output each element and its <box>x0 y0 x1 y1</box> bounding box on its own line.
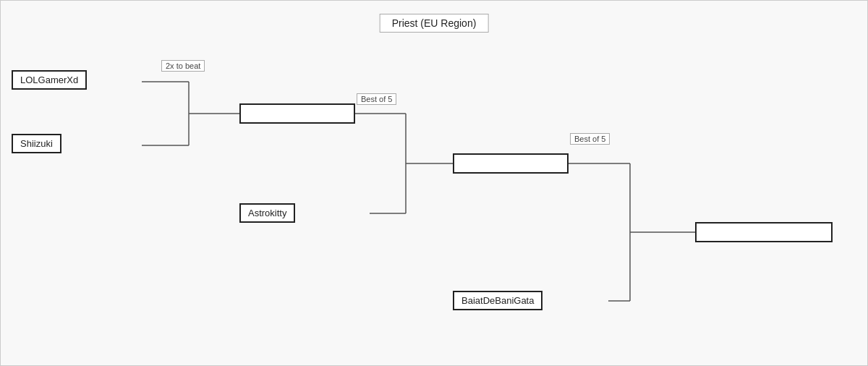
player-shiizuki: Shiizuki <box>12 134 61 153</box>
player-astrokitty: Astrokitty <box>239 203 295 223</box>
best-of-5-r2: Best of 5 <box>570 133 610 145</box>
match-box-r2 <box>453 153 569 174</box>
bracket-container: Priest (EU Region) LOLGamerXd Shiizuki 2… <box>0 0 868 366</box>
match-box-final <box>695 222 833 242</box>
best-of-5-r1: Best of 5 <box>357 93 396 105</box>
player-lolgamerxd: LOLGamerXd <box>12 70 87 90</box>
bracket-title: Priest (EU Region) <box>380 14 489 33</box>
bracket-lines <box>1 1 868 366</box>
two-x-label: 2x to beat <box>161 60 205 72</box>
match-box-r1-upper <box>239 103 355 124</box>
player-baiatdebanigata: BaiatDeBaniGata <box>453 291 542 310</box>
